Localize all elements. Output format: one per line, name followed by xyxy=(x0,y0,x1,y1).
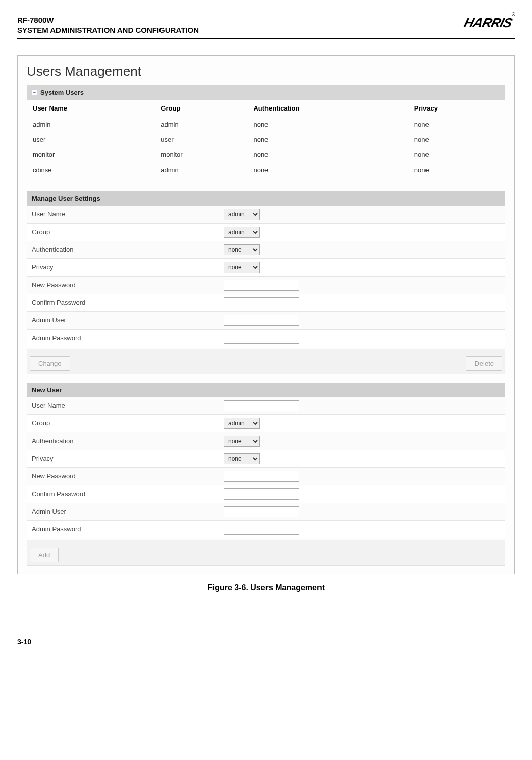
nu-label-group: Group xyxy=(32,419,224,427)
label-confpw: Confirm Password xyxy=(32,299,224,306)
nu-newpw-input[interactable] xyxy=(224,471,299,482)
collapse-icon[interactable]: − xyxy=(32,90,37,95)
manage-admuser-input[interactable] xyxy=(224,315,299,326)
nu-label-confpw: Confirm Password xyxy=(32,490,224,498)
manage-band: Manage User Settings xyxy=(27,191,505,206)
manage-group-select[interactable]: admin xyxy=(224,227,260,238)
col-username: User Name xyxy=(27,100,154,117)
label-admpw: Admin Password xyxy=(32,334,224,342)
label-group: Group xyxy=(32,228,224,236)
nu-label-username: User Name xyxy=(32,402,224,409)
manage-newpw-input[interactable] xyxy=(224,280,299,291)
table-row: user user none none xyxy=(27,132,505,147)
manage-button-row: Change Delete xyxy=(27,349,505,374)
nu-label-auth: Authentication xyxy=(32,437,224,445)
col-group: Group xyxy=(154,100,247,117)
manage-user-section: Manage User Settings User Name admin Gro… xyxy=(27,191,505,374)
table-row: monitor monitor none none xyxy=(27,147,505,162)
section-title: SYSTEM ADMINISTRATION AND CONFIGURATION xyxy=(17,25,199,35)
brand-text: HARRIS xyxy=(462,15,514,31)
col-auth: Authentication xyxy=(247,100,408,117)
nu-group-select[interactable]: admin xyxy=(224,418,260,429)
panel-title: Users Management xyxy=(27,64,505,79)
nu-label-admpw: Admin Password xyxy=(32,525,224,533)
manage-auth-select[interactable]: none xyxy=(224,244,260,255)
table-row: admin admin none none xyxy=(27,117,505,132)
manage-username-select[interactable]: admin xyxy=(224,209,260,220)
nu-auth-select[interactable]: none xyxy=(224,436,260,447)
registered-icon: ® xyxy=(512,12,515,17)
nu-privacy-select[interactable]: none xyxy=(224,453,260,464)
brand-logo: HARRIS® xyxy=(464,15,515,31)
newuser-band: New User xyxy=(27,383,505,397)
label-username: User Name xyxy=(32,210,224,218)
label-privacy: Privacy xyxy=(32,263,224,271)
system-users-label: System Users xyxy=(40,89,84,96)
nu-label-privacy: Privacy xyxy=(32,455,224,462)
nu-admpw-input[interactable] xyxy=(224,524,299,535)
label-auth: Authentication xyxy=(32,246,224,253)
nu-confpw-input[interactable] xyxy=(224,488,299,500)
change-button[interactable]: Change xyxy=(30,356,70,371)
new-user-section: New User User Name Group admin Authentic… xyxy=(27,383,505,566)
users-table: User Name Group Authentication Privacy a… xyxy=(27,100,505,177)
add-button[interactable]: Add xyxy=(30,548,59,562)
page-header: RF-7800W SYSTEM ADMINISTRATION AND CONFI… xyxy=(17,15,515,39)
manage-title: Manage User Settings xyxy=(32,195,100,202)
system-users-band: − System Users xyxy=(27,85,505,100)
screenshot-panel: Users Management − System Users User Nam… xyxy=(17,55,515,574)
nu-label-newpw: New Password xyxy=(32,472,224,480)
table-row: cdinse admin none none xyxy=(27,162,505,177)
delete-button[interactable]: Delete xyxy=(466,356,502,371)
page-number: 3-10 xyxy=(17,638,515,646)
product-model: RF-7800W xyxy=(17,15,199,25)
table-header-row: User Name Group Authentication Privacy xyxy=(27,100,505,117)
nu-admuser-input[interactable] xyxy=(224,506,299,517)
nu-label-admuser: Admin User xyxy=(32,508,224,515)
figure-caption: Figure 3-6. Users Management xyxy=(17,583,515,592)
label-admuser: Admin User xyxy=(32,316,224,324)
newuser-title: New User xyxy=(32,386,62,394)
manage-admpw-input[interactable] xyxy=(224,333,299,344)
label-newpw: New Password xyxy=(32,281,224,289)
col-privacy: Privacy xyxy=(408,100,505,117)
header-left: RF-7800W SYSTEM ADMINISTRATION AND CONFI… xyxy=(17,15,199,36)
nu-username-input[interactable] xyxy=(224,400,299,411)
manage-privacy-select[interactable]: none xyxy=(224,262,260,273)
newuser-button-row: Add xyxy=(27,540,505,566)
manage-confpw-input[interactable] xyxy=(224,297,299,308)
